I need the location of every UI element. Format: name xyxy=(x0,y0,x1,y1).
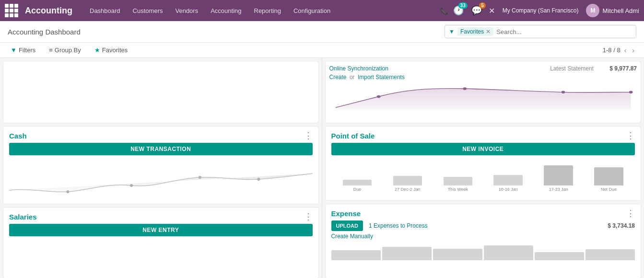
expense-bar-4 xyxy=(484,245,533,261)
bar-label-thisweek: This Week xyxy=(448,187,468,192)
subheader: Accounting Dashboard ▼ Favorites ✕ xyxy=(0,21,644,43)
nav-dashboard[interactable]: Dashboard xyxy=(84,4,126,17)
remove-filter-icon[interactable]: ✕ xyxy=(486,28,491,35)
right-panel: Online Synchronization Latest Statement … xyxy=(322,58,644,278)
expense-amount: $ 3,734.18 xyxy=(608,222,635,229)
bar-group-thisweek: This Week xyxy=(433,177,482,192)
svg-point-5 xyxy=(463,87,467,90)
star-icon: ★ xyxy=(94,46,100,54)
bar-label-17jan: 17-23 Jan xyxy=(549,187,568,192)
phone-icon[interactable]: 📞 xyxy=(440,6,449,15)
nav-accounting[interactable]: Accounting xyxy=(205,4,247,17)
svg-point-4 xyxy=(376,95,380,98)
pos-card-header: Point of Sale ⋮ xyxy=(331,131,635,140)
create-manually-link[interactable]: Create Manually xyxy=(331,233,373,240)
favorites-filter-tag[interactable]: Favorites ✕ xyxy=(457,27,493,36)
nav-right-controls: 📞 🕐 33 💬 5 ✕ My Company (San Francisco) … xyxy=(440,4,639,17)
bar-27dec xyxy=(393,176,422,185)
nav-vendors[interactable]: Vendors xyxy=(169,4,204,17)
expense-bar-6 xyxy=(585,249,635,260)
nav-reporting[interactable]: Reporting xyxy=(248,4,287,17)
new-entry-button[interactable]: NEW ENTRY xyxy=(9,224,313,236)
user-menu[interactable]: M Mitchell Admi xyxy=(586,4,639,17)
bar-group-notdue: Not Due xyxy=(585,167,633,192)
pos-card-title: Point of Sale xyxy=(331,132,375,140)
main-content: Cash ⋮ NEW TRANSACTION xyxy=(0,58,644,278)
groupby-icon: ≡ xyxy=(49,46,53,54)
create-manually-row: Create Manually xyxy=(331,233,635,240)
favorites-label: Favorites xyxy=(102,46,128,54)
favorites-button[interactable]: ★ Favorites xyxy=(92,45,130,56)
app-title: Accounting xyxy=(25,6,72,16)
pos-bar-chart: Due 27 Dec-2 Jan This Week 10-16 Jan 17-… xyxy=(331,158,635,192)
nav-customers[interactable]: Customers xyxy=(127,4,169,17)
company-selector[interactable]: My Company (San Francisco) xyxy=(503,7,579,14)
upload-button[interactable]: UPLOAD xyxy=(331,220,363,231)
svg-point-6 xyxy=(561,91,565,94)
bar-group-17jan: 17-23 Jan xyxy=(534,165,583,192)
new-transaction-button[interactable]: NEW TRANSACTION xyxy=(9,143,313,155)
bar-group-due: Due xyxy=(333,180,382,192)
app-grid-button[interactable] xyxy=(5,4,18,17)
bar-label-27dec: 27 Dec-2 Jan xyxy=(395,187,421,192)
nav-links: Dashboard Customers Vendors Accounting R… xyxy=(84,4,438,17)
cash-chart xyxy=(9,159,313,199)
expense-bar-chart xyxy=(331,243,635,260)
pagination-info: 1-8 / 8 xyxy=(603,46,621,54)
groupby-label: Group By xyxy=(55,46,81,54)
or-label: or xyxy=(350,74,355,81)
cash-card-header: Cash ⋮ xyxy=(9,131,313,140)
create-statements-link[interactable]: Create xyxy=(329,74,347,81)
search-bar: ▼ Favorites ✕ xyxy=(445,25,636,38)
svg-point-1 xyxy=(130,184,133,187)
bar-group-10jan: 10-16 Jan xyxy=(484,175,532,192)
bank-statement-card: Online Synchronization Latest Statement … xyxy=(325,61,642,123)
close-icon[interactable]: ✕ xyxy=(489,6,495,15)
bar-10jan xyxy=(493,175,523,185)
expenses-to-process-link[interactable]: 1 Expenses to Process xyxy=(369,222,428,229)
expense-card: Expense ⋮ UPLOAD 1 Expenses to Process $… xyxy=(325,204,642,278)
top-navigation: Accounting Dashboard Customers Vendors A… xyxy=(0,0,644,21)
online-sync-link[interactable]: Online Synchronization xyxy=(329,65,388,72)
groupby-button[interactable]: ≡ Group By xyxy=(46,45,84,56)
page-title: Accounting Dashboard xyxy=(8,28,81,36)
bar-group-27dec: 27 Dec-2 Jan xyxy=(383,176,432,192)
new-invoice-button[interactable]: NEW INVOICE xyxy=(331,143,635,155)
user-name: Mitchell Admi xyxy=(602,7,639,14)
latest-amount: $ 9,977.87 xyxy=(609,65,637,72)
bar-thisweek xyxy=(444,177,473,185)
bar-label-due: Due xyxy=(353,187,362,192)
salaries-card: Salaries ⋮ NEW ENTRY xyxy=(3,207,319,278)
expense-bar-3 xyxy=(433,249,482,261)
svg-point-7 xyxy=(629,91,632,94)
left-panel: Cash ⋮ NEW TRANSACTION xyxy=(0,58,322,278)
filter-funnel-icon: ▼ xyxy=(11,46,17,54)
cash-card-menu[interactable]: ⋮ xyxy=(304,131,313,140)
filter-controls: ▼ Filters ≡ Group By ★ Favorites xyxy=(8,45,130,56)
next-page-button[interactable]: › xyxy=(630,46,636,55)
expense-bar-5 xyxy=(535,252,584,261)
expense-card-header: Expense ⋮ xyxy=(331,209,635,218)
pos-card-menu[interactable]: ⋮ xyxy=(626,131,635,140)
cash-card: Cash ⋮ NEW TRANSACTION xyxy=(3,126,319,204)
message-count: 5 xyxy=(479,2,486,9)
svg-point-0 xyxy=(66,190,69,193)
salaries-card-menu[interactable]: ⋮ xyxy=(304,212,313,221)
bank-chart-svg xyxy=(329,83,637,110)
latest-statement-label: Latest Statement $ 9,977.87 xyxy=(550,65,637,72)
message-badge[interactable]: 💬 5 xyxy=(471,5,482,16)
activity-badge[interactable]: 🕐 33 xyxy=(453,5,464,16)
search-input[interactable] xyxy=(496,28,632,35)
nav-configuration[interactable]: Configuration xyxy=(288,4,336,17)
expense-card-title: Expense xyxy=(331,209,361,218)
filters-button[interactable]: ▼ Filters xyxy=(8,45,38,56)
import-statements-link[interactable]: Import Statements xyxy=(358,74,405,81)
filter-tag-label: Favorites xyxy=(460,28,484,35)
expense-actions-row: UPLOAD 1 Expenses to Process $ 3,734.18 xyxy=(331,220,635,231)
expense-card-menu[interactable]: ⋮ xyxy=(626,209,635,218)
cash-chart-svg xyxy=(9,159,313,197)
prev-page-button[interactable]: ‹ xyxy=(622,46,629,55)
cash-card-title: Cash xyxy=(9,132,27,140)
user-avatar: M xyxy=(586,4,599,17)
pos-card: Point of Sale ⋮ NEW INVOICE Due 27 Dec-2… xyxy=(325,126,642,201)
